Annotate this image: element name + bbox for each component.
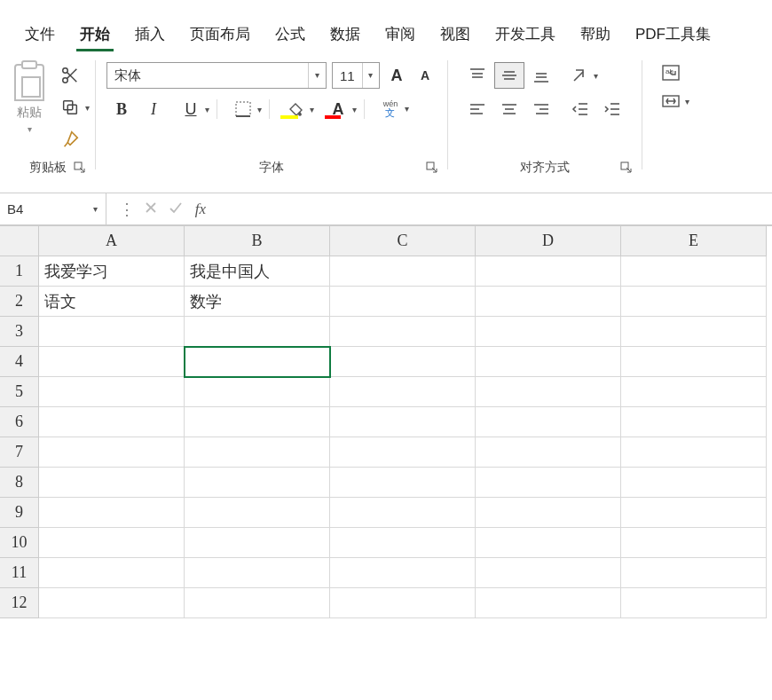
cell[interactable] (476, 468, 621, 498)
cell[interactable] (330, 498, 476, 528)
font-color-button[interactable]: A ▾ (318, 96, 358, 122)
cell[interactable] (476, 347, 621, 377)
cell[interactable]: 我是中国人 (185, 256, 330, 287)
formula-cancel-button[interactable] (138, 200, 163, 218)
cell[interactable] (621, 287, 767, 317)
spreadsheet-grid[interactable]: ABCDE1我爱学习我是中国人2语文数学3456789101112 (0, 225, 772, 618)
phonetic-guide-button[interactable]: wén 文 ▾ (370, 96, 411, 122)
row-header[interactable]: 3 (0, 317, 39, 347)
cell[interactable] (621, 317, 767, 347)
cell[interactable] (185, 498, 330, 528)
cell[interactable] (476, 558, 621, 588)
increase-indent-button[interactable] (597, 96, 627, 122)
cell[interactable] (621, 498, 767, 528)
increase-font-size-button[interactable]: A (385, 63, 408, 88)
tab-page-layout[interactable]: 页面布局 (177, 20, 263, 51)
paste-button[interactable]: 粘贴 ▾ (5, 59, 53, 136)
cell[interactable] (621, 588, 767, 618)
cell[interactable] (185, 528, 330, 558)
cell[interactable] (330, 377, 476, 407)
select-all-corner[interactable] (0, 226, 39, 256)
cell[interactable] (185, 558, 330, 588)
cell[interactable] (330, 558, 476, 588)
cell[interactable] (476, 317, 621, 347)
align-bottom-button[interactable] (526, 62, 556, 89)
tab-pdf-tools[interactable]: PDF工具集 (623, 20, 723, 51)
cell[interactable] (330, 468, 476, 498)
tab-data[interactable]: 数据 (318, 20, 373, 51)
copy-button[interactable]: ▾ (60, 96, 90, 119)
cut-button[interactable] (60, 64, 90, 87)
cell[interactable] (39, 317, 185, 347)
cell[interactable] (621, 468, 767, 498)
cell[interactable] (476, 256, 621, 287)
cell[interactable] (330, 528, 476, 558)
cell[interactable] (185, 347, 330, 377)
cell[interactable] (39, 468, 185, 498)
underline-button[interactable]: U▾ (170, 96, 211, 122)
row-header[interactable]: 11 (0, 558, 39, 588)
cell[interactable] (330, 407, 476, 437)
format-painter-button[interactable] (60, 128, 90, 151)
tab-home[interactable]: 开始 (67, 20, 122, 51)
cell[interactable]: 数学 (185, 287, 330, 317)
borders-button[interactable]: ▾ (223, 96, 264, 122)
cell[interactable] (476, 407, 621, 437)
row-header[interactable]: 2 (0, 287, 39, 317)
tab-review[interactable]: 审阅 (373, 20, 428, 51)
row-header[interactable]: 6 (0, 407, 39, 437)
cell[interactable] (185, 407, 330, 437)
formula-enter-button[interactable] (163, 200, 188, 218)
cell[interactable] (330, 437, 476, 468)
bold-button[interactable]: B (106, 96, 137, 122)
align-right-button[interactable] (526, 96, 556, 122)
column-header[interactable]: B (185, 226, 330, 256)
cell[interactable] (621, 407, 767, 437)
tab-formulas[interactable]: 公式 (263, 20, 318, 51)
decrease-indent-button[interactable] (565, 96, 595, 122)
cell[interactable] (621, 256, 767, 287)
row-header[interactable]: 5 (0, 377, 39, 407)
row-header[interactable]: 4 (0, 347, 39, 377)
cell[interactable] (39, 377, 185, 407)
cell[interactable] (330, 347, 476, 377)
dialog-launcher[interactable] (426, 161, 438, 174)
cell[interactable] (330, 588, 476, 618)
cell[interactable] (39, 437, 185, 468)
cell[interactable] (39, 498, 185, 528)
cell[interactable] (330, 317, 476, 347)
cell[interactable] (39, 558, 185, 588)
wrap-text-button[interactable]: ab (657, 62, 685, 83)
align-top-button[interactable] (462, 62, 492, 89)
cell[interactable] (39, 528, 185, 558)
row-header[interactable]: 12 (0, 588, 39, 618)
row-header[interactable]: 8 (0, 468, 39, 498)
cell[interactable] (39, 588, 185, 618)
column-header[interactable]: A (39, 226, 185, 256)
cell[interactable] (185, 317, 330, 347)
cell[interactable] (621, 347, 767, 377)
align-left-button[interactable] (462, 96, 492, 122)
align-middle-button[interactable] (494, 62, 524, 89)
orientation-button[interactable]: ▾ (565, 65, 602, 86)
cell[interactable] (185, 437, 330, 468)
cell[interactable]: 语文 (39, 287, 185, 317)
cell[interactable]: 我爱学习 (39, 256, 185, 287)
cell[interactable] (476, 287, 621, 317)
font-size-combo[interactable]: 11 ▾ (332, 62, 380, 89)
cell[interactable] (476, 437, 621, 468)
align-center-button[interactable] (494, 96, 524, 122)
cell[interactable] (476, 588, 621, 618)
font-name-combo[interactable]: 宋体 ▾ (106, 62, 327, 89)
cell[interactable] (621, 377, 767, 407)
column-header[interactable]: C (330, 226, 476, 256)
cell[interactable] (185, 588, 330, 618)
tab-file[interactable]: 文件 (12, 20, 67, 51)
cell[interactable] (39, 347, 185, 377)
cell[interactable] (621, 437, 767, 468)
insert-function-button[interactable]: fx (188, 201, 213, 218)
cell[interactable] (476, 498, 621, 528)
row-header[interactable]: 7 (0, 437, 39, 468)
cell[interactable] (621, 528, 767, 558)
decrease-font-size-button[interactable]: A (414, 63, 437, 88)
